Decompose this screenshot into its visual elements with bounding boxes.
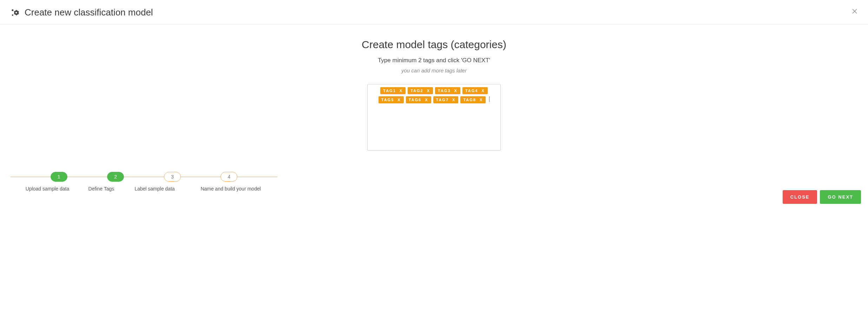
tag-chip[interactable]: TAG6X — [406, 96, 431, 103]
svg-point-0 — [12, 9, 13, 11]
tag-chip[interactable]: TAG5X — [379, 96, 404, 103]
section-subheading: Type minimum 2 tags and click 'GO NEXT' — [7, 57, 861, 64]
tag-label: TAG3 — [438, 89, 451, 93]
svg-point-1 — [12, 14, 13, 15]
tag-input-box[interactable]: TAG1XTAG2XTAG3XTAG4XTAG5XTAG6XTAG7XTAG8X — [367, 84, 501, 151]
tag-remove-icon[interactable]: X — [454, 89, 458, 93]
step-line — [181, 177, 221, 177]
stepper: 1234 — [11, 172, 277, 182]
tag-label: TAG2 — [410, 89, 423, 93]
step-node-1[interactable]: 1 — [51, 172, 67, 182]
tag-remove-icon[interactable]: X — [481, 89, 485, 93]
tag-label: TAG8 — [463, 98, 476, 102]
stepper-labels: Upload sample dataDefine TagsLabel sampl… — [11, 186, 277, 192]
section-note: you can add more tags later — [7, 67, 861, 73]
stepper-region: 1234 Upload sample dataDefine TagsLabel … — [0, 172, 868, 192]
tag-label: TAG7 — [436, 98, 449, 102]
modal-body: Create model tags (categories) Type mini… — [0, 25, 868, 158]
tag-chip[interactable]: TAG4X — [462, 87, 488, 94]
tag-remove-icon[interactable]: X — [480, 98, 483, 102]
gears-icon — [11, 8, 20, 18]
text-cursor — [489, 96, 489, 102]
footer-buttons: CLOSE GO NEXT — [783, 190, 861, 204]
step-label: Label sample data — [125, 186, 184, 192]
tag-remove-icon[interactable]: X — [425, 98, 428, 102]
step-line — [11, 177, 51, 177]
step-line — [124, 177, 164, 177]
tag-remove-icon[interactable]: X — [397, 98, 401, 102]
step-node-4[interactable]: 4 — [221, 172, 237, 182]
close-button[interactable]: CLOSE — [783, 190, 817, 204]
step-line — [237, 177, 277, 177]
create-model-modal: Create new classification model Create m… — [0, 0, 868, 211]
close-icon[interactable] — [852, 8, 857, 14]
tag-chip[interactable]: TAG2X — [408, 87, 433, 94]
section-heading: Create model tags (categories) — [7, 39, 861, 51]
step-label: Upload sample data — [11, 186, 77, 192]
tag-label: TAG4 — [465, 89, 478, 93]
step-label: Name and build your model — [184, 186, 277, 192]
tag-remove-icon[interactable]: X — [427, 89, 430, 93]
tag-label: TAG6 — [409, 98, 422, 102]
step-line — [67, 177, 107, 177]
step-label: Define Tags — [77, 186, 125, 192]
tag-remove-icon[interactable]: X — [452, 98, 455, 102]
tag-chip[interactable]: TAG1X — [380, 87, 406, 94]
tag-label: TAG5 — [381, 98, 394, 102]
tag-chip[interactable]: TAG3X — [435, 87, 460, 94]
tag-label: TAG1 — [383, 89, 396, 93]
modal-title: Create new classification model — [25, 7, 153, 18]
go-next-button[interactable]: GO NEXT — [820, 190, 861, 204]
step-node-2[interactable]: 2 — [107, 172, 124, 182]
tag-chip[interactable]: TAG7X — [433, 96, 459, 103]
tag-chip[interactable]: TAG8X — [460, 96, 486, 103]
step-node-3[interactable]: 3 — [164, 172, 181, 182]
tag-remove-icon[interactable]: X — [400, 89, 403, 93]
modal-header: Create new classification model — [0, 0, 868, 25]
